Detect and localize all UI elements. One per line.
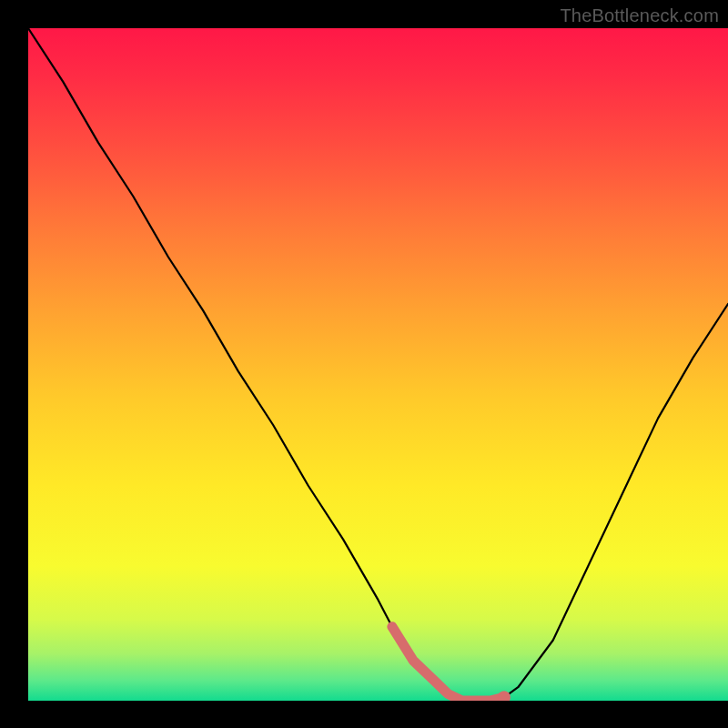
watermark-text: TheBottleneck.com bbox=[560, 5, 719, 26]
bottleneck-chart bbox=[0, 0, 728, 728]
chart-container: TheBottleneck.com bbox=[0, 0, 728, 728]
highlight-marker bbox=[498, 691, 511, 703]
